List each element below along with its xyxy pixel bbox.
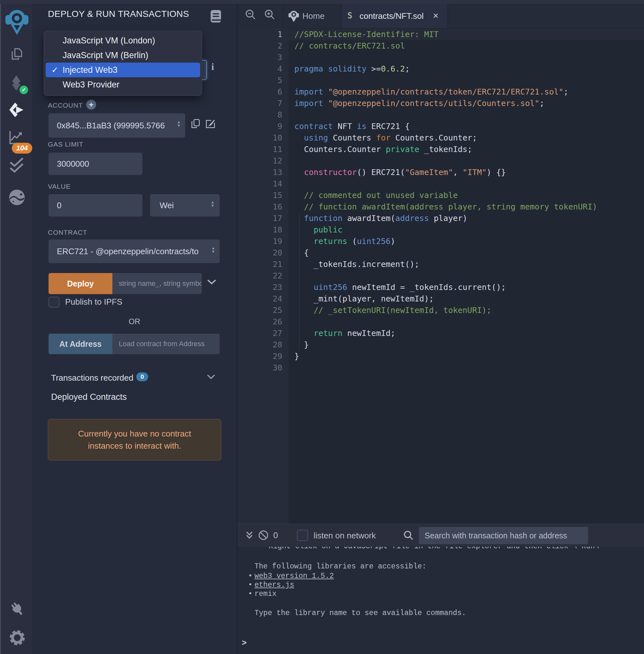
terminal-prompt[interactable]: > bbox=[242, 638, 247, 648]
line-number: 8 bbox=[237, 109, 282, 121]
transactions-expand-icon[interactable] bbox=[207, 374, 215, 379]
remix-logo bbox=[5, 7, 29, 36]
zoom-in-icon[interactable] bbox=[264, 8, 276, 21]
terminal-line: Type the library name to see available c… bbox=[254, 609, 466, 617]
bullet: • bbox=[248, 572, 253, 580]
line-number: 24 bbox=[237, 293, 282, 305]
code-line: public bbox=[289, 224, 644, 236]
line-number: 25 bbox=[237, 305, 282, 316]
gas-limit-input[interactable] bbox=[48, 153, 142, 175]
or-separator: OR bbox=[32, 317, 237, 326]
constructor-args-input[interactable] bbox=[112, 273, 202, 294]
code-line: _tokenIds.increment(); bbox=[289, 259, 644, 270]
solidity-compiler-icon[interactable]: ✓ bbox=[7, 74, 25, 92]
bullet: • bbox=[248, 590, 253, 598]
environment-option[interactable]: Web3 Provider bbox=[46, 77, 200, 92]
copy-account-icon[interactable] bbox=[190, 118, 201, 129]
listen-network-checkbox[interactable] bbox=[297, 530, 308, 541]
environment-info-icon[interactable]: i bbox=[211, 61, 214, 72]
terminal-line: - Right click on a JavaScript file in th… bbox=[260, 547, 599, 550]
create-account-icon[interactable]: + bbox=[86, 99, 96, 110]
line-number: 9 bbox=[237, 121, 282, 132]
value-input[interactable] bbox=[48, 194, 142, 217]
value-unit: Wei bbox=[160, 194, 174, 217]
line-number: 12 bbox=[237, 155, 282, 167]
code-editor[interactable]: 1234567891011121314151617181920212223242… bbox=[237, 28, 644, 524]
line-number: 6 bbox=[237, 86, 282, 98]
line-number: 27 bbox=[237, 328, 282, 339]
code-line: pragma solidity >=0.6.2; bbox=[289, 63, 644, 75]
remix-ide-window: ✓ 104 bbox=[0, 0, 644, 654]
tab-contracts-nft-sol[interactable]: S contracts/NFT.sol × bbox=[342, 4, 447, 28]
expand-deploy-icon[interactable] bbox=[207, 279, 216, 285]
environment-option[interactable]: JavaScript VM (Berlin) bbox=[46, 48, 200, 63]
file-explorer-icon[interactable] bbox=[8, 46, 26, 64]
environment-option-label: JavaScript VM (London) bbox=[63, 36, 155, 45]
code-line bbox=[289, 52, 644, 63]
line-number: 26 bbox=[237, 316, 282, 328]
environment-option-label: Injected Web3 bbox=[63, 65, 117, 75]
account-label: ACCOUNT bbox=[48, 102, 83, 109]
unit-testing-icon[interactable] bbox=[8, 156, 26, 174]
zoom-out-icon[interactable] bbox=[245, 8, 257, 21]
settings-gear-icon[interactable] bbox=[8, 629, 26, 647]
terminal-line: •remix bbox=[254, 590, 276, 598]
line-number: 2 bbox=[237, 40, 282, 52]
close-tab-icon[interactable]: × bbox=[433, 10, 439, 21]
documentation-book-icon[interactable] bbox=[209, 9, 222, 23]
code-line: Counters.Counter private _tokenIds; bbox=[289, 144, 644, 155]
deploy-run-panel: DEPLOY & RUN TRANSACTIONS i JavaScript V… bbox=[32, 4, 237, 654]
plugin-manager-icon[interactable] bbox=[8, 601, 26, 618]
clear-console-icon[interactable] bbox=[258, 530, 269, 541]
line-number: 10 bbox=[237, 132, 282, 144]
account-stepper-icon[interactable]: ▲▼ bbox=[177, 120, 181, 128]
contract-stepper-icon[interactable]: ▲▼ bbox=[211, 247, 215, 253]
publish-ipfs-label: Publish to IPFS bbox=[65, 297, 122, 307]
at-address-button[interactable]: At Address bbox=[48, 334, 112, 354]
publish-ipfs-checkbox[interactable] bbox=[48, 297, 60, 308]
notice-line-1: Currently you have no contract bbox=[78, 428, 191, 440]
code-line: contract NFT is ERC721 { bbox=[289, 121, 644, 132]
contract-select[interactable]: ERC721 - @openzeppelin/contracts/to ▲▼ bbox=[48, 240, 220, 263]
terminal-link[interactable]: •web3 version 1.5.2 bbox=[254, 572, 334, 580]
deploy-and-run-icon[interactable] bbox=[8, 101, 26, 119]
editor-gutter: 1234567891011121314151617181920212223242… bbox=[237, 28, 289, 524]
editor-region: Home S contracts/NFT.sol × 1234567891011… bbox=[237, 4, 644, 654]
deploy-button[interactable]: Deploy bbox=[48, 273, 112, 294]
code-line: using Counters for Counters.Counter; bbox=[289, 132, 644, 144]
code-line: _mint(player, newItemId); bbox=[289, 293, 644, 305]
terminal-output[interactable]: - Right click on a JavaScript file in th… bbox=[237, 547, 644, 654]
environment-option[interactable]: ✓Injected Web3 bbox=[46, 63, 200, 77]
remix-logo-icon bbox=[288, 9, 299, 22]
tab-nft-label: contracts/NFT.sol bbox=[360, 11, 424, 21]
expand-terminal-icon[interactable] bbox=[245, 531, 254, 540]
line-number: 5 bbox=[237, 75, 282, 86]
code-line: function awardItem(address player) bbox=[289, 213, 644, 224]
account-select[interactable]: 0x845...B1aB3 (999995.5766 ▲▼ bbox=[48, 113, 185, 138]
tab-home[interactable]: Home bbox=[283, 4, 341, 28]
learneth-icon[interactable] bbox=[8, 188, 26, 206]
line-number: 28 bbox=[237, 339, 282, 351]
line-number: 22 bbox=[237, 270, 282, 281]
code-line: constructor() ERC721("GameItem", "ITM") … bbox=[289, 167, 644, 178]
code-line bbox=[289, 155, 644, 167]
solidity-file-icon: S bbox=[347, 11, 352, 20]
contract-label: CONTRACT bbox=[48, 229, 87, 236]
terminal-link[interactable]: •ethers.js bbox=[254, 581, 294, 589]
code-line bbox=[289, 316, 644, 328]
environment-option[interactable]: JavaScript VM (London) bbox=[46, 33, 200, 48]
value-unit-select[interactable]: Wei ▲▼ bbox=[150, 194, 220, 217]
static-analysis-icon[interactable]: 104 bbox=[7, 128, 25, 146]
environment-menu: JavaScript VM (London)JavaScript VM (Ber… bbox=[44, 31, 202, 96]
unit-stepper-icon[interactable]: ▲▼ bbox=[211, 201, 214, 208]
line-number: 21 bbox=[237, 259, 282, 270]
edit-account-icon[interactable] bbox=[205, 118, 216, 129]
code-line: import "@openzeppelin/contracts/token/ER… bbox=[289, 86, 644, 98]
at-address-input[interactable] bbox=[112, 334, 220, 354]
bullet: • bbox=[248, 581, 253, 589]
line-number: 14 bbox=[237, 178, 282, 190]
selected-check-icon: ✓ bbox=[51, 63, 59, 77]
terminal-search-input[interactable] bbox=[419, 527, 588, 544]
listen-network-label: listen on network bbox=[314, 531, 376, 541]
code-line: } bbox=[289, 351, 644, 362]
